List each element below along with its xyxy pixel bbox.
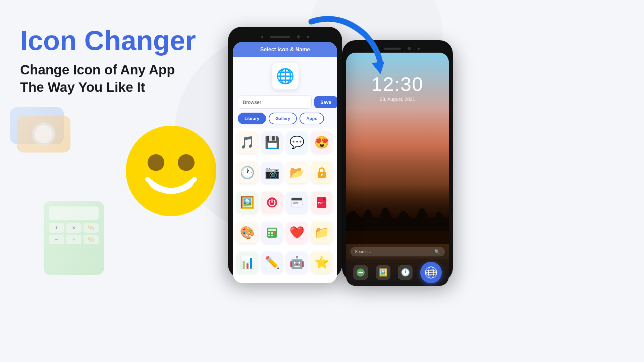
dock-messages[interactable] xyxy=(353,265,368,280)
calc-display xyxy=(49,206,99,220)
svg-rect-14 xyxy=(268,229,276,231)
tabs-row: Library Gallery Apps xyxy=(233,113,337,128)
svg-rect-19 xyxy=(271,235,273,236)
lock-svg-icon xyxy=(316,167,328,179)
svg-rect-8 xyxy=(291,198,302,200)
tab-library[interactable]: Library xyxy=(238,113,266,124)
grid-icon-lock[interactable] xyxy=(311,162,332,183)
phone-screen-2: 12:30 28, August, 2021 Search... xyxy=(346,53,449,286)
phone-top-bar xyxy=(233,32,337,42)
phone-1: Select Icon & Name 🌐 Save Library Galler… xyxy=(228,27,342,278)
dock-browser-large[interactable] xyxy=(420,262,442,283)
calc-buttons: + × % − ÷ % xyxy=(49,223,99,244)
search-bar-lock[interactable]: Search... 🔍 xyxy=(350,247,445,256)
top-camera xyxy=(297,35,300,39)
lockscreen-bg: 12:30 28, August, 2021 Search... xyxy=(346,53,449,286)
name-input-row: Save xyxy=(233,93,337,113)
svg-rect-17 xyxy=(274,232,276,234)
search-text: Search... xyxy=(355,249,371,254)
grid-icon-calc[interactable] xyxy=(261,222,283,243)
search-icon-lock: 🔍 xyxy=(434,249,440,254)
lockscreen-date: 28, August, 2021 xyxy=(346,97,449,102)
grid-icon-robot[interactable]: 🤖 xyxy=(286,252,308,273)
icon-preview-area: 🌐 xyxy=(233,57,337,93)
lockscreen-landscape xyxy=(346,109,449,244)
www-svg-icon: www xyxy=(291,196,303,208)
svg-rect-16 xyxy=(271,232,273,234)
trees-svg xyxy=(346,187,449,231)
calc-svg-icon xyxy=(266,227,278,239)
calc-btn-div: % xyxy=(84,223,99,233)
grid-icon-edit[interactable]: ✏️ xyxy=(261,252,283,273)
calc-btn-percent: % xyxy=(84,235,99,244)
phone2-camera xyxy=(408,47,411,50)
grid-icon-love[interactable]: 😍 xyxy=(311,132,332,153)
tab-apps[interactable]: Apps xyxy=(300,113,324,124)
svg-point-0 xyxy=(126,126,216,216)
dock-clock[interactable]: 🕐 xyxy=(398,265,413,280)
phone-header-title: Select Icon & Name xyxy=(260,47,310,52)
calc-btn-eq: ÷ xyxy=(66,235,81,244)
preview-icon: 🌐 xyxy=(276,67,294,85)
svg-point-1 xyxy=(148,154,164,171)
grid-icon-folder[interactable]: 📂 xyxy=(286,162,308,183)
smiley-svg xyxy=(124,124,218,218)
icon-grid: 🎵 💾 💬 😍 🕐 📷 📂 🖼️ xyxy=(233,128,337,283)
subtitle-line2: The Way You Like It xyxy=(20,78,196,96)
grid-icon-heart[interactable]: ❤️ xyxy=(286,222,308,243)
calc-deco: + × % − ÷ % xyxy=(44,201,104,275)
svg-point-2 xyxy=(178,154,195,171)
grid-icon-clock[interactable]: 🕐 xyxy=(236,162,258,183)
phone-screen-1: Select Icon & Name 🌐 Save Library Galler… xyxy=(233,42,337,283)
grid-icon-star[interactable]: ⭐ xyxy=(311,252,332,273)
power-svg-icon xyxy=(266,196,278,208)
svg-rect-18 xyxy=(268,235,270,236)
top-dot-left xyxy=(261,36,263,38)
grid-icon-chart[interactable]: 📊 xyxy=(236,252,258,273)
top-speaker xyxy=(270,36,290,38)
bottom-dock: 🖼️ 🕐 xyxy=(346,259,449,286)
svg-rect-15 xyxy=(268,232,270,234)
calc-btn-plus: + xyxy=(49,223,64,233)
dock-messages-svg xyxy=(356,268,365,277)
app-title: Icon Changer xyxy=(20,27,196,54)
grid-icon-save[interactable]: 💾 xyxy=(261,132,283,153)
grid-icon-music[interactable]: 🎵 xyxy=(236,132,258,153)
grid-icon-image[interactable]: 🖼️ xyxy=(236,192,258,213)
svg-point-5 xyxy=(321,174,323,176)
lockscreen-bottom-bar: Search... 🔍 xyxy=(346,244,449,259)
left-content: Icon Changer Change Icon of Any App The … xyxy=(20,27,196,96)
top-dot-right xyxy=(307,36,309,38)
pdf-svg-icon: PDF xyxy=(316,196,328,208)
grid-icon-power[interactable] xyxy=(261,192,283,213)
app-subtitle: Change Icon of Any App The Way You Like … xyxy=(20,61,196,96)
name-input[interactable] xyxy=(238,96,312,109)
icon-preview-box: 🌐 xyxy=(272,63,299,89)
grid-icon-pdf[interactable]: PDF xyxy=(311,192,332,213)
calc-btn-minus: − xyxy=(49,235,64,244)
svg-point-24 xyxy=(361,272,363,274)
phone2-dot-right xyxy=(418,48,420,50)
tab-gallery[interactable]: Gallery xyxy=(269,113,297,124)
smiley-decoration xyxy=(124,124,218,219)
grid-icon-palette[interactable]: 🎨 xyxy=(236,222,258,243)
browser-globe-svg xyxy=(425,266,437,279)
subtitle-line1: Change Icon of Any App xyxy=(20,61,196,78)
camera-deco xyxy=(10,107,77,161)
grid-icon-folder2[interactable]: 📁 xyxy=(311,222,332,243)
dock-gallery[interactable]: 🖼️ xyxy=(376,265,390,280)
camera-decoration xyxy=(10,107,77,161)
grid-icon-chat[interactable]: 💬 xyxy=(286,132,308,153)
calc-btn-times: × xyxy=(66,223,81,233)
grid-icon-web[interactable]: www xyxy=(286,192,308,213)
svg-text:www: www xyxy=(292,202,299,204)
save-button[interactable]: Save xyxy=(314,96,337,108)
svg-text:PDF: PDF xyxy=(318,201,323,204)
phone-header: Select Icon & Name xyxy=(233,42,337,57)
grid-icon-camera[interactable]: 📷 xyxy=(261,162,283,183)
svg-rect-20 xyxy=(274,235,276,236)
camera-lens xyxy=(32,122,55,146)
calculator-decoration: + × % − ÷ % xyxy=(44,201,104,275)
phone-frame-1: Select Icon & Name 🌐 Save Library Galler… xyxy=(228,27,342,278)
